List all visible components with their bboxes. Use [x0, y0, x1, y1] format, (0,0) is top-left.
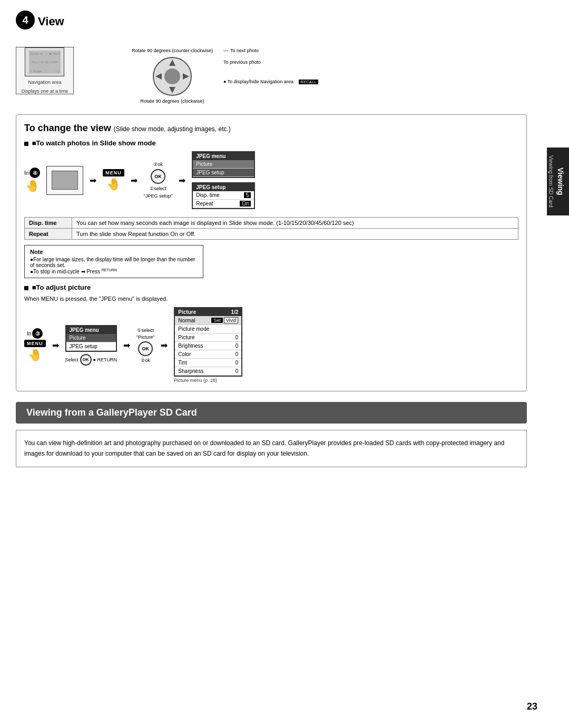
side-tab: Viewing Viewing from SD Card [547, 147, 569, 215]
picture-mode-row: Picture mode [175, 325, 241, 333]
hand-icon-2: 🤚 [106, 178, 121, 191]
adjust-steps: In ③ MENU 🤚 ➡ JPEG menu Picture JPEG set… [24, 307, 518, 383]
arrow-6: ➡ [161, 340, 168, 350]
select-ok-row: Select OK ● RETURN [65, 354, 117, 366]
ok-select-area: ②ok OK ①select "JPEG setup" [144, 162, 172, 199]
view-title: View [38, 15, 64, 28]
tint-val: 0 [236, 360, 239, 366]
section4-header: 4 View [16, 11, 527, 32]
step1-label-2: ①select [137, 328, 154, 333]
jpeg-menu-item-picture-2: Picture [66, 334, 116, 342]
black-square-2 [24, 286, 28, 290]
jpeg-menu-item-setup-2: JPEG setup [66, 342, 116, 351]
settings-table: Disp. time You can set how many seconds … [24, 217, 518, 240]
small-device-1 [46, 166, 83, 195]
step2-label: ②ok [153, 162, 163, 167]
main-content: 4 View Rotate ➡ ▶ Next Pres OK RETURN [16, 11, 527, 467]
arrow-5: ➡ [123, 340, 130, 350]
note-item-1: ●For large image sizes, the display time… [30, 257, 198, 268]
ok-button-2[interactable]: OK [80, 354, 92, 366]
note-item-2: ●To stop in mid-cycle ➡ Press RETURN [30, 268, 198, 274]
set-btn[interactable]: Set [211, 318, 223, 323]
ok-area-2: ①select "Picture" OK ②ok [136, 328, 154, 363]
disp-time-table-row: Disp. time You can set how many seconds … [25, 218, 518, 229]
jpeg-menu-title-2: JPEG menu [66, 326, 116, 334]
section4-right: Rotate 90 degrees (counter-clockwise) Ro… [132, 43, 527, 104]
gallery-title: Viewing from a GalleryPlayer SD Card [26, 407, 516, 418]
jpeg-menu-popup-2: JPEG menu Picture JPEG setup [65, 325, 117, 352]
step-circle-3: ③ [32, 328, 43, 339]
disp-time-desc: You can set how many seconds each image … [72, 218, 518, 229]
normal-set-row: Normal Set Vivid [175, 316, 241, 325]
picture-menu-title: Picture 1/2 [175, 308, 241, 316]
device-illustration: Rotate ➡ ▶ Next Pres OK RETURN □ Single … [16, 47, 74, 94]
nav-label: Navigation area [28, 80, 61, 85]
page-number: 23 [527, 701, 537, 712]
brightness-label: Brightness [178, 343, 203, 349]
black-square-1 [24, 142, 28, 146]
ok-button-1[interactable]: OK [151, 169, 165, 184]
tint-row: Tint 0 [175, 359, 241, 367]
picture-mode-label: Picture mode [178, 326, 209, 332]
disp-time-label: Disp. time [25, 218, 72, 229]
arrow-4: ➡ [52, 340, 59, 350]
step-in-3: In ③ MENU 🤚 [24, 328, 46, 362]
slideshow-steps: In ④ 🤚 ➡ MENU 🤚 ➡ ②ok OK [24, 151, 518, 209]
color-row: Color 0 [175, 350, 241, 359]
annotation-to-next: — To next photo [223, 48, 318, 53]
section4-left: Rotate ➡ ▶ Next Pres OK RETURN □ Single … [16, 43, 121, 104]
note-box: Note ●For large image sizes, the display… [24, 245, 203, 278]
sharpness-label: Sharpness [178, 368, 203, 374]
jpeg-menus-container: JPEG menu Picture JPEG setup JPEG setup … [192, 151, 255, 209]
slideshow-title: ■To watch photos in Slide show mode [24, 139, 518, 147]
menu-icon-1: MENU [103, 169, 124, 176]
vivid-btn[interactable]: Vivid [224, 317, 238, 323]
annotation-to-previous: To previous photo [223, 60, 318, 65]
step-number-4: 4 [16, 11, 35, 29]
jpeg-menu-title-1: JPEG menu [193, 152, 254, 160]
svg-point-1 [164, 68, 180, 84]
menu-icon-2: MENU [24, 340, 46, 347]
adjust-title: ■To adjust picture [24, 283, 518, 291]
sharpness-row: Sharpness 0 [175, 367, 241, 376]
disp-time-row: Disp. time 5 [193, 191, 254, 200]
dpad-svg [151, 55, 193, 97]
small-screen-1 [52, 171, 78, 190]
change-view-title: To change the view (Slide show mode, adj… [24, 123, 518, 134]
right-annotations: — To next photo To previous photo ● To d… [223, 48, 318, 84]
picture-label: Picture [178, 335, 194, 340]
picture-row: Picture 0 [175, 333, 241, 342]
tint-label: Tint [178, 360, 187, 366]
ok-button-3[interactable]: OK [138, 341, 153, 356]
adjust-intro: When MENU is pressed, the "JPEG menu" is… [24, 296, 518, 302]
jpeg-menu-area-2: JPEG menu Picture JPEG setup Select OK ●… [65, 325, 117, 366]
picture-menu-note: Picture menu (p. 28) [174, 378, 242, 383]
step1-value-2: "Picture" [136, 335, 154, 340]
jpeg-menu-item-picture-1: Picture [193, 160, 254, 169]
change-view-box: To change the view (Slide show mode, adj… [16, 114, 527, 391]
jpeg-setup-popup: JPEG setup Disp. time 5 Repeat On [192, 182, 255, 209]
step1-value: "JPEG setup" [144, 193, 172, 199]
jpeg-menu-item-setup-1: JPEG setup [193, 169, 254, 177]
note-title: Note [30, 249, 198, 255]
normal-label: Normal [178, 318, 195, 323]
jpeg-setup-title: JPEG setup [193, 183, 254, 191]
annotation-nav-area: ● To display/hide Navigation area RECALL [223, 79, 318, 84]
device-screen: Rotate ➡ ▶ Next Pres OK RETURN □ Single … [25, 47, 64, 76]
picture-val: 0 [236, 335, 239, 340]
color-label: Color [178, 351, 191, 357]
menu-hand: MENU 🤚 [103, 169, 124, 191]
brightness-row: Brightness 0 [175, 342, 241, 350]
brightness-val: 0 [236, 343, 239, 349]
side-tab-main: Viewing [556, 168, 565, 195]
side-tab-sub: Viewing from SD Card [548, 155, 554, 208]
gallery-section-header: Viewing from a GalleryPlayer SD Card [16, 402, 527, 424]
repeat-label: Repeat [25, 229, 72, 240]
recall-badge: RECALL [299, 80, 318, 84]
jpeg-menu-popup-1: JPEG menu Picture JPEG setup [192, 151, 255, 178]
hand-icon-3: 🤚 [28, 348, 42, 362]
sharpness-val: 0 [236, 368, 239, 374]
arrow-1: ➡ [90, 175, 96, 185]
disp-time-val: 5 [244, 192, 251, 198]
step2-label-2: ②ok [141, 358, 150, 363]
